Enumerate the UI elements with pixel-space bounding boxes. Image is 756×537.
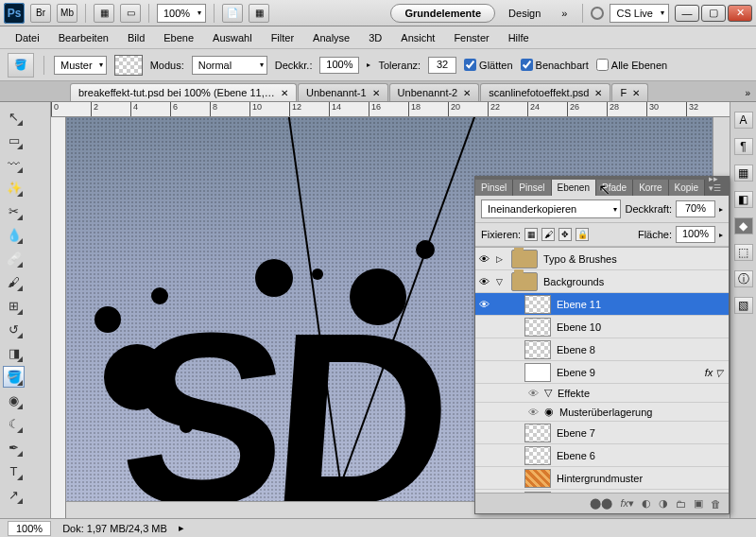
layer-row[interactable]: 👁Ebene 11 bbox=[475, 293, 729, 316]
layer-thumbnail[interactable] bbox=[524, 424, 551, 442]
layer-thumbnail[interactable] bbox=[511, 272, 538, 291]
layer-group-row[interactable]: 👁▷Typo & Brushes bbox=[475, 248, 729, 270]
horizontal-ruler[interactable]: 02468101214161820222426283032 bbox=[51, 102, 730, 117]
dock-info-icon[interactable]: ⓘ bbox=[734, 270, 753, 287]
document-tab[interactable]: F✕ bbox=[611, 83, 648, 101]
layer-row[interactable]: Ebene 7 bbox=[475, 422, 729, 444]
panel-tab-pinsel[interactable]: Pinsel bbox=[513, 180, 551, 196]
layer-row[interactable]: Ebene 6 bbox=[475, 444, 729, 467]
folder-icon[interactable]: 🗀 bbox=[676, 498, 686, 510]
layer-thumbnail[interactable] bbox=[511, 250, 538, 268]
menu-fenster[interactable]: Fenster bbox=[446, 29, 496, 46]
visibility-icon[interactable]: 👁 bbox=[528, 388, 539, 399]
move-tool[interactable]: ↖ bbox=[3, 106, 25, 128]
panel-tab-pinsel[interactable]: Pinsel bbox=[475, 180, 513, 196]
layer-row[interactable]: Hintergrundmuster bbox=[475, 467, 729, 490]
menu-bild[interactable]: Bild bbox=[120, 29, 152, 46]
close-icon[interactable]: ✕ bbox=[463, 88, 471, 98]
status-doc-size[interactable]: Dok: 1,97 MB/24,3 MB bbox=[62, 523, 167, 534]
dock-type-icon[interactable]: A bbox=[734, 112, 753, 129]
workspace-more[interactable]: » bbox=[554, 5, 575, 22]
visibility-icon[interactable]: 👁 bbox=[475, 276, 492, 287]
pen-tool[interactable]: ✒ bbox=[3, 437, 25, 459]
eyedropper-tool[interactable]: 💧 bbox=[3, 224, 25, 246]
dock-3d-icon[interactable]: ⬚ bbox=[734, 244, 753, 261]
pattern-swatch[interactable] bbox=[114, 55, 143, 76]
eraser-tool[interactable]: ◨ bbox=[3, 342, 25, 364]
layer-effect-row[interactable]: 👁▽Effekte bbox=[475, 384, 729, 403]
brush-tool[interactable]: 🖌 bbox=[3, 271, 25, 293]
dock-adjust-icon[interactable]: ◧ bbox=[734, 191, 753, 208]
panel-opacity-field[interactable]: 70% bbox=[676, 200, 715, 217]
tolerance-field[interactable]: 32 bbox=[428, 57, 456, 74]
layer-thumbnail[interactable] bbox=[524, 492, 551, 494]
arrange-grid-button[interactable]: ▦ bbox=[94, 4, 114, 23]
window-minimize[interactable]: — bbox=[675, 5, 699, 22]
wand-tool[interactable]: ✨ bbox=[3, 177, 25, 199]
blend-mode-dropdown[interactable]: Ineinanderkopieren bbox=[481, 199, 621, 218]
menu-filter[interactable]: Filter bbox=[264, 29, 301, 46]
layer-thumbnail[interactable] bbox=[524, 446, 551, 465]
vertical-ruler[interactable] bbox=[51, 117, 66, 518]
link-layers-icon[interactable]: ⬤⬤ bbox=[590, 497, 612, 510]
layer-effect-row[interactable]: 👁◉Musterüberlagerung bbox=[475, 403, 729, 422]
layer-group-row[interactable]: 👁▽Backgrounds bbox=[475, 270, 729, 293]
document-tab[interactable]: Unbenannt-2✕ bbox=[389, 83, 480, 101]
dock-paragraph-icon[interactable]: ¶ bbox=[734, 138, 753, 155]
dock-styles-icon[interactable]: ▧ bbox=[734, 297, 753, 314]
history-brush-tool[interactable]: ↺ bbox=[3, 319, 25, 340]
dock-layers-icon[interactable]: ◆ bbox=[734, 217, 753, 234]
opacity-field[interactable]: 100% bbox=[319, 57, 359, 74]
visibility-icon[interactable]: 👁 bbox=[475, 299, 492, 310]
document-tab[interactable]: breakeffekt-tut.psd bei 100% (Ebene 11, … bbox=[70, 83, 297, 101]
visibility-icon[interactable]: 👁 bbox=[528, 407, 539, 418]
stamp-tool[interactable]: ⊞ bbox=[3, 295, 25, 317]
workspace-grundelemente[interactable]: Grundelemente bbox=[390, 4, 495, 23]
all-layers-checkbox[interactable]: Alle Ebenen bbox=[596, 59, 667, 71]
extras-button[interactable]: 📄 bbox=[222, 4, 243, 23]
heal-tool[interactable]: 🩹 bbox=[3, 248, 25, 269]
workspace-design[interactable]: Design bbox=[501, 5, 548, 22]
adjustment-icon[interactable]: ◑ bbox=[659, 497, 668, 510]
layer-thumbnail[interactable] bbox=[524, 363, 551, 382]
bridge-button[interactable]: Br bbox=[30, 4, 51, 23]
layer-row[interactable]: Ebene 9fx ▽ bbox=[475, 361, 729, 384]
menu-hilfe[interactable]: Hilfe bbox=[501, 29, 537, 46]
panel-tab-pfade[interactable]: Pfade bbox=[596, 180, 633, 196]
panel-tab-kopie[interactable]: Kopie bbox=[669, 180, 706, 196]
marquee-tool[interactable]: ▭ bbox=[3, 130, 25, 151]
minibridge-button[interactable]: Mb bbox=[57, 4, 77, 23]
lasso-tool[interactable]: 〰 bbox=[3, 153, 25, 175]
status-zoom[interactable]: 100% bbox=[8, 521, 51, 536]
lock-all-icon[interactable]: 🔒 bbox=[576, 228, 589, 241]
window-maximize[interactable]: ▢ bbox=[701, 5, 726, 22]
cslive-dropdown[interactable]: CS Live bbox=[610, 4, 669, 23]
layer-row[interactable]: Ebene 10 bbox=[475, 316, 729, 338]
document-tab[interactable]: Unbenannt-1✕ bbox=[298, 83, 388, 101]
layer-thumbnail[interactable] bbox=[524, 318, 551, 337]
dodge-tool[interactable]: ☾ bbox=[3, 413, 25, 435]
panel-tab-ebenen[interactable]: Ebenen bbox=[552, 180, 596, 196]
layer-thumbnail[interactable] bbox=[524, 340, 551, 359]
layers-list[interactable]: 👁▷Typo & Brushes👁▽Backgrounds👁Ebene 11Eb… bbox=[475, 247, 729, 493]
menu-ansicht[interactable]: Ansicht bbox=[393, 29, 442, 46]
fx-icon[interactable]: fx▾ bbox=[620, 497, 634, 510]
arrange-button[interactable]: ▦ bbox=[249, 4, 269, 23]
menu-bearbeiten[interactable]: Bearbeiten bbox=[51, 29, 116, 46]
fill-source-dropdown[interactable]: Muster bbox=[54, 56, 107, 75]
screenmode-button[interactable]: ▭ bbox=[120, 4, 141, 23]
tabs-overflow[interactable]: » bbox=[739, 85, 756, 101]
layer-row[interactable]: Ebene 8 bbox=[475, 338, 729, 361]
close-icon[interactable]: ✕ bbox=[632, 88, 640, 98]
lock-transparency-icon[interactable]: ▦ bbox=[524, 228, 538, 241]
panel-tab-korre[interactable]: Korre bbox=[633, 180, 668, 196]
layer-thumbnail[interactable] bbox=[524, 469, 551, 488]
menu-3d[interactable]: 3D bbox=[361, 29, 389, 46]
mask-icon[interactable]: ◐ bbox=[642, 497, 651, 510]
blur-tool[interactable]: ◉ bbox=[3, 390, 25, 411]
menu-auswahl[interactable]: Auswahl bbox=[205, 29, 260, 46]
status-arrow-icon[interactable]: ▸ bbox=[179, 522, 184, 534]
document-tab[interactable]: scanlinefotoeffekt.psd✕ bbox=[480, 83, 610, 101]
fill-field[interactable]: 100% bbox=[676, 226, 715, 243]
panel-menu-icon[interactable]: ▸▸ ▾☰ bbox=[705, 171, 729, 196]
